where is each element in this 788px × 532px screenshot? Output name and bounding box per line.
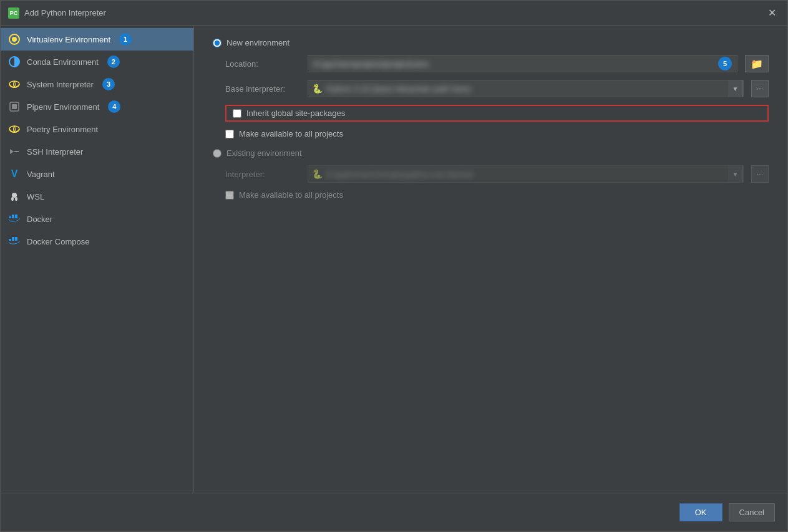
sidebar-label-poetry: Poetry Environment — [27, 125, 98, 134]
close-button[interactable]: ✕ — [764, 6, 780, 20]
svg-rect-17 — [9, 239, 11, 241]
sidebar-item-ssh[interactable]: SSH Interpreter — [1, 140, 193, 163]
make-available-new-label: Make available to all projects — [239, 129, 343, 138]
make-available-new-checkbox[interactable] — [225, 130, 234, 138]
svg-rect-13 — [12, 216, 14, 218]
app-icon: PC — [8, 7, 19, 19]
sidebar-label-pipenv: Pipenv Environment — [27, 102, 99, 112]
sidebar-label-ssh: SSH Interpreter — [27, 147, 83, 157]
sidebar-label-virtualenv: Virtualenv Environment — [27, 35, 110, 44]
badge-4: 4 — [108, 100, 120, 113]
make-available-new-row[interactable]: Make available to all projects — [225, 129, 769, 138]
sidebar-item-wsl[interactable]: WSL — [1, 185, 193, 208]
base-interpreter-dropdown[interactable]: ▼ — [728, 80, 743, 97]
sidebar-label-docker-compose: Docker Compose — [27, 237, 89, 246]
location-bar: D:\pycharmprojects\project\venv 5 — [308, 55, 737, 72]
location-label: Location: — [225, 59, 300, 69]
badge-5: 5 — [718, 57, 732, 70]
new-environment-section: New environment Location: D:\pycharmproj… — [213, 38, 769, 138]
svg-rect-14 — [15, 216, 17, 218]
existing-environment-radio-label[interactable]: Existing environment — [213, 148, 769, 158]
bottom-bar: OK Cancel — [1, 493, 787, 531]
dialog-title: Add Python Interpreter — [24, 8, 759, 17]
docker-icon — [8, 213, 21, 225]
sidebar-item-poetry[interactable]: Poetry Environment — [1, 118, 193, 140]
interpreter-value: D:\python\env\Scripts\python.exe blurred — [326, 170, 728, 179]
base-interpreter-row: Base interpreter: 🐍 Python 3.10 (base in… — [225, 80, 769, 97]
add-interpreter-dialog: PC Add Python Interpreter ✕ Virtualenv E… — [0, 0, 788, 532]
make-available-existing-checkbox[interactable] — [225, 191, 234, 200]
new-environment-radio-label[interactable]: New environment — [213, 38, 769, 47]
svg-rect-12 — [9, 216, 11, 218]
svg-point-9 — [12, 193, 17, 198]
svg-rect-20 — [12, 237, 14, 239]
new-environment-radio[interactable] — [213, 39, 221, 47]
svg-rect-8 — [14, 151, 19, 152]
sidebar-label-wsl: WSL — [27, 192, 44, 201]
titlebar: PC Add Python Interpreter ✕ — [1, 1, 787, 26]
make-available-existing-row[interactable]: Make available to all projects — [225, 190, 769, 200]
ok-button[interactable]: OK — [679, 503, 722, 521]
pipenv-icon — [8, 100, 21, 113]
base-interpreter-value: Python 3.10 (base interpreter path here) — [326, 84, 728, 94]
sidebar-label-system: System Interpreter — [27, 80, 94, 89]
inherit-row: Inherit global site-packages — [225, 105, 769, 122]
inherit-label: Inherit global site-packages — [246, 109, 345, 118]
interpreter-label: Interpreter: — [225, 170, 300, 179]
existing-environment-section: Existing environment Interpreter: 🐍 D:\p… — [213, 148, 769, 200]
virtualenv-icon — [8, 33, 21, 46]
svg-point-1 — [12, 37, 17, 42]
wsl-icon — [8, 190, 21, 203]
sidebar-item-virtualenv[interactable]: Virtualenv Environment 1 — [1, 28, 193, 51]
cancel-button[interactable]: Cancel — [729, 503, 775, 521]
sidebar-item-system[interactable]: System Interpreter 3 — [1, 73, 193, 95]
svg-rect-5 — [12, 104, 17, 109]
svg-marker-7 — [10, 149, 14, 154]
interpreter-select-wrapper: 🐍 D:\python\env\Scripts\python.exe blurr… — [308, 165, 744, 183]
svg-rect-19 — [15, 239, 17, 241]
existing-environment-radio[interactable] — [213, 149, 221, 158]
sidebar-item-docker-compose[interactable]: Docker Compose — [1, 230, 193, 253]
interpreter-bar: 🐍 D:\python\env\Scripts\python.exe blurr… — [308, 165, 744, 183]
badge-3: 3 — [102, 78, 115, 90]
interpreter-row: Interpreter: 🐍 D:\python\env\Scripts\pyt… — [225, 165, 769, 183]
docker-compose-icon — [8, 235, 21, 248]
svg-rect-16 — [15, 215, 17, 216]
base-interpreter-label: Base interpreter: — [225, 84, 300, 94]
sidebar: Virtualenv Environment 1 Conda Environme… — [1, 26, 194, 493]
svg-rect-15 — [12, 215, 14, 216]
sidebar-item-pipenv[interactable]: Pipenv Environment 4 — [1, 95, 193, 118]
svg-rect-18 — [12, 239, 14, 241]
svg-point-10 — [11, 197, 14, 201]
location-browse-button[interactable]: 📁 — [745, 55, 769, 72]
location-row: Location: D:\pycharmprojects\project\ven… — [225, 55, 769, 72]
badge-1: 1 — [119, 33, 132, 46]
conda-icon — [8, 56, 21, 68]
system-icon — [8, 78, 21, 90]
sidebar-label-docker: Docker — [27, 215, 52, 224]
interpreter-dropdown[interactable]: ▼ — [728, 165, 743, 183]
dialog-content: Virtualenv Environment 1 Conda Environme… — [1, 26, 787, 493]
sidebar-label-conda: Conda Environment — [27, 57, 99, 67]
make-available-existing-label: Make available to all projects — [239, 190, 343, 200]
sidebar-item-vagrant[interactable]: V Vagrant — [1, 163, 193, 185]
interpreter-browse-button[interactable]: ··· — [751, 165, 769, 183]
base-interpreter-browse-button[interactable]: ··· — [751, 80, 769, 97]
poetry-icon — [8, 123, 21, 135]
badge-2: 2 — [107, 56, 120, 68]
svg-point-11 — [15, 197, 17, 201]
svg-rect-21 — [15, 237, 17, 239]
sidebar-label-vagrant: Vagrant — [27, 170, 55, 179]
sidebar-item-docker[interactable]: Docker — [1, 208, 193, 230]
inherit-checkbox[interactable] — [233, 109, 241, 118]
location-value: D:\pycharmprojects\project\venv — [308, 59, 713, 69]
ssh-icon — [8, 145, 21, 158]
vagrant-icon: V — [8, 168, 21, 180]
main-panel: New environment Location: D:\pycharmproj… — [194, 26, 787, 493]
base-interpreter-bar: 🐍 Python 3.10 (base interpreter path her… — [308, 80, 744, 97]
sidebar-item-conda[interactable]: Conda Environment 2 — [1, 51, 193, 73]
